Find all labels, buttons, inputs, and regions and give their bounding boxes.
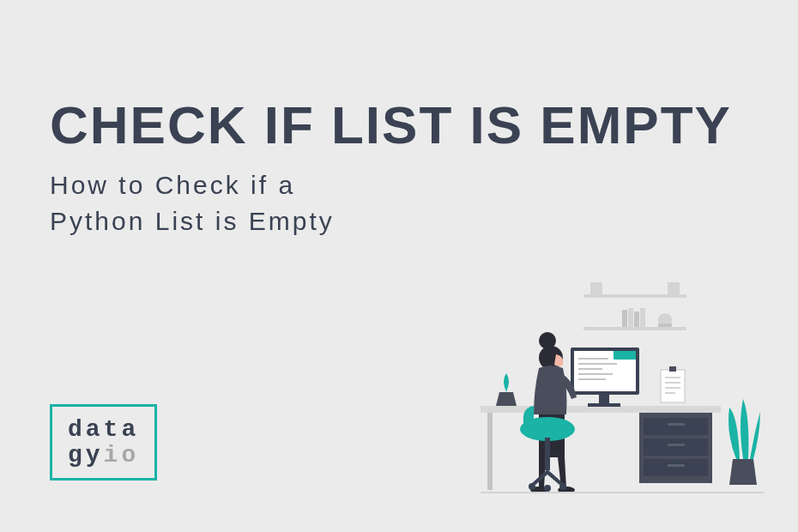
svg-point-44: [544, 485, 551, 492]
svg-rect-2: [668, 282, 680, 294]
svg-rect-30: [669, 366, 676, 372]
svg-rect-1: [590, 282, 602, 294]
svg-rect-10: [481, 406, 721, 413]
main-title: CHECK IF LIST IS EMPTY: [50, 94, 732, 155]
svg-rect-27: [599, 395, 609, 403]
svg-rect-23: [578, 363, 617, 365]
svg-rect-31: [665, 377, 680, 378]
svg-rect-18: [668, 464, 685, 467]
svg-rect-4: [622, 310, 627, 327]
svg-rect-15: [644, 459, 708, 476]
svg-rect-0: [583, 294, 686, 298]
desk-illustration: [481, 279, 764, 502]
svg-point-42: [529, 483, 535, 490]
svg-rect-28: [588, 403, 620, 407]
svg-rect-29: [661, 370, 685, 402]
svg-rect-21: [614, 351, 636, 360]
svg-rect-25: [578, 373, 613, 375]
logo-gy: gy: [68, 442, 104, 469]
svg-rect-33: [665, 387, 680, 389]
svg-rect-11: [487, 413, 493, 490]
svg-rect-13: [644, 418, 708, 435]
svg-rect-7: [640, 308, 645, 327]
svg-rect-34: [665, 392, 675, 394]
svg-point-43: [559, 483, 566, 490]
svg-rect-17: [668, 444, 685, 446]
svg-rect-16: [668, 423, 685, 426]
svg-rect-45: [481, 492, 764, 493]
svg-rect-5: [628, 308, 633, 327]
logo: data gyio: [50, 404, 157, 481]
svg-rect-3: [583, 327, 686, 330]
svg-rect-41: [545, 438, 550, 470]
svg-rect-22: [578, 358, 608, 360]
logo-line-1: data: [68, 417, 139, 442]
logo-io: io: [104, 442, 140, 469]
logo-line-2: gyio: [68, 443, 139, 468]
subtitle-line-1: How to Check if a: [50, 167, 335, 203]
svg-rect-9: [658, 323, 672, 327]
svg-rect-6: [634, 311, 639, 327]
svg-rect-26: [578, 378, 606, 380]
svg-rect-24: [578, 368, 602, 370]
svg-rect-32: [665, 382, 680, 384]
svg-rect-14: [644, 438, 708, 456]
svg-point-40: [520, 417, 575, 441]
subtitle-line-2: Python List is Empty: [50, 203, 335, 239]
subtitle: How to Check if a Python List is Empty: [50, 167, 335, 239]
